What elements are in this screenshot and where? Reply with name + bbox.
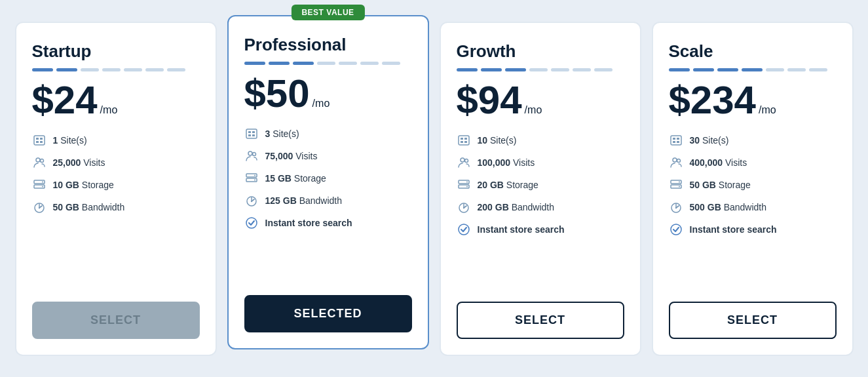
feature-bold: Instant store search bbox=[478, 224, 565, 235]
svg-point-12 bbox=[38, 207, 39, 208]
plan-features-startup: 1 Site(s) 25,000 Visits 10 GB Storage bbox=[32, 133, 200, 286]
svg-point-40 bbox=[459, 224, 469, 235]
divider-active bbox=[693, 68, 714, 71]
svg-rect-3 bbox=[36, 141, 39, 143]
price-period-professional: /mo bbox=[312, 98, 330, 109]
plan-card-scale: Scale $234 /mo 30 Site(s) bbox=[652, 22, 854, 356]
divider-inactive bbox=[317, 62, 335, 65]
divider-active bbox=[505, 68, 526, 71]
feature-item: 3 Site(s) bbox=[244, 127, 412, 141]
svg-point-25 bbox=[250, 200, 252, 201]
plan-divider-startup bbox=[32, 68, 200, 71]
divider-inactive bbox=[787, 68, 806, 71]
bandwidth-icon bbox=[32, 200, 47, 214]
feature-item: 1 Site(s) bbox=[32, 133, 200, 148]
divider-inactive bbox=[81, 68, 99, 71]
feature-bold: 15 GB bbox=[265, 173, 292, 184]
svg-rect-0 bbox=[34, 136, 45, 145]
svg-point-22 bbox=[254, 174, 255, 176]
feature-text: 400,000 Visits bbox=[690, 157, 747, 168]
feature-item: 10 Site(s) bbox=[457, 133, 624, 148]
svg-point-23 bbox=[254, 179, 255, 180]
svg-point-53 bbox=[675, 207, 676, 208]
feature-text: 10 Site(s) bbox=[478, 135, 517, 146]
price-amount-scale: $234 bbox=[669, 81, 756, 120]
divider-active bbox=[717, 68, 738, 71]
storage-icon bbox=[244, 171, 259, 186]
svg-rect-14 bbox=[248, 131, 251, 133]
divider-active bbox=[32, 68, 53, 71]
select-button-startup[interactable]: SELECT bbox=[32, 302, 200, 339]
svg-rect-45 bbox=[677, 141, 679, 143]
feature-text: Instant store search bbox=[265, 218, 352, 228]
feature-bold: 50 GB bbox=[690, 180, 716, 190]
svg-point-10 bbox=[42, 186, 43, 187]
feature-item: 10 GB Storage bbox=[32, 178, 200, 192]
svg-point-19 bbox=[252, 152, 255, 155]
feature-bold: 100,000 bbox=[478, 157, 511, 168]
svg-point-6 bbox=[40, 159, 43, 162]
price-amount-growth: $94 bbox=[457, 81, 522, 120]
divider-active bbox=[293, 62, 314, 65]
feature-text: 20 GB Storage bbox=[478, 180, 538, 190]
divider-active bbox=[669, 68, 690, 71]
divider-inactive bbox=[145, 68, 164, 71]
price-amount-startup: $24 bbox=[32, 81, 98, 120]
svg-point-26 bbox=[246, 218, 257, 228]
bandwidth-icon bbox=[457, 200, 471, 214]
svg-point-50 bbox=[679, 181, 680, 182]
storage-icon bbox=[32, 178, 47, 192]
feature-bold: 10 GB bbox=[53, 180, 79, 190]
svg-point-18 bbox=[248, 151, 252, 155]
svg-point-47 bbox=[677, 159, 680, 162]
svg-rect-2 bbox=[40, 138, 43, 140]
divider-inactive bbox=[573, 68, 591, 71]
divider-inactive bbox=[766, 68, 784, 71]
best-value-badge: BEST VALUE bbox=[291, 5, 364, 20]
svg-point-46 bbox=[673, 158, 677, 162]
feature-item: 30 Site(s) bbox=[669, 133, 837, 148]
plan-price-professional: $50 /mo bbox=[244, 74, 412, 113]
bandwidth-icon bbox=[669, 200, 683, 214]
svg-point-37 bbox=[466, 186, 468, 187]
divider-inactive bbox=[551, 68, 569, 71]
divider-active bbox=[457, 68, 478, 71]
svg-point-33 bbox=[464, 159, 468, 162]
feature-bold: 25,000 bbox=[53, 157, 81, 168]
svg-rect-15 bbox=[252, 131, 255, 133]
svg-rect-41 bbox=[671, 136, 681, 145]
divider-inactive bbox=[124, 68, 142, 71]
feature-bold: 75,000 bbox=[265, 151, 293, 161]
feature-item: 15 GB Storage bbox=[244, 171, 412, 186]
check-icon bbox=[457, 222, 471, 237]
svg-rect-30 bbox=[461, 141, 463, 143]
plan-price-growth: $94 /mo bbox=[457, 81, 624, 120]
divider-inactive bbox=[809, 68, 827, 71]
feature-text: 15 GB Storage bbox=[265, 173, 326, 184]
feature-item: 100,000 Visits bbox=[457, 155, 624, 170]
site-icon bbox=[669, 133, 683, 148]
visits-icon bbox=[244, 149, 259, 163]
select-button-professional[interactable]: SELECTED bbox=[244, 295, 412, 332]
svg-point-32 bbox=[461, 158, 464, 162]
plan-features-scale: 30 Site(s) 400,000 Visits 50 GB Storage bbox=[669, 133, 837, 286]
feature-bold: 10 bbox=[478, 135, 488, 146]
select-button-growth[interactable]: SELECT bbox=[457, 302, 624, 339]
feature-item: 200 GB Bandwidth bbox=[457, 200, 624, 214]
svg-rect-27 bbox=[459, 136, 469, 145]
svg-rect-44 bbox=[673, 141, 675, 143]
feature-bold: 3 bbox=[265, 129, 271, 139]
svg-rect-13 bbox=[246, 129, 257, 138]
svg-rect-17 bbox=[252, 134, 255, 136]
divider-inactive bbox=[360, 62, 379, 65]
feature-item: 20 GB Storage bbox=[457, 178, 624, 192]
plan-card-professional: BEST VALUE Professional $50 /mo 3 Site(s… bbox=[227, 15, 429, 349]
select-button-scale[interactable]: SELECT bbox=[669, 302, 837, 339]
plans-container: Startup $24 /mo 1 Site(s) bbox=[15, 22, 854, 356]
feature-item: 500 GB Bandwidth bbox=[669, 200, 837, 214]
site-icon bbox=[32, 133, 47, 148]
visits-icon bbox=[457, 155, 471, 170]
divider-inactive bbox=[339, 62, 357, 65]
check-icon bbox=[244, 216, 259, 230]
storage-icon bbox=[669, 178, 683, 192]
